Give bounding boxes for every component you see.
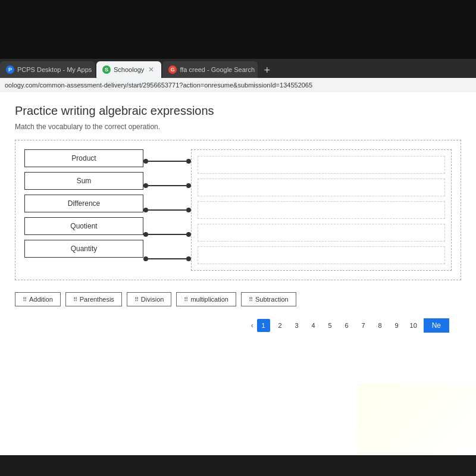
right-row-5[interactable] [198, 246, 445, 264]
tab-icon-pcps: P [6, 65, 14, 74]
matching-container: Product Sum Difference Quotient Quantity [15, 140, 461, 280]
connector-5 [143, 250, 191, 268]
page-btn-3[interactable]: 3 [290, 319, 303, 332]
dot-left-1 [143, 159, 148, 164]
dot-right-4 [186, 232, 191, 237]
connector-area [143, 149, 191, 271]
tab-bar: P PCPS Desktop - My Apps ✕ S Schoology ✕… [0, 59, 476, 78]
page-btn-4[interactable]: 4 [307, 319, 320, 332]
instruction-text: Match the vocabulary to the correct oper… [15, 123, 461, 131]
main-content: Practice writing algebraic expressions M… [0, 92, 476, 455]
chip-parenthesis[interactable]: ⠿ Parenthesis [65, 292, 122, 306]
tab-close-schoology[interactable]: ✕ [147, 65, 155, 74]
dot-right-3 [186, 208, 191, 212]
vocab-sum[interactable]: Sum [24, 172, 143, 190]
chip-drag-icon-multiplication: ⠿ [184, 296, 188, 303]
dot-left-2 [143, 183, 148, 188]
dot-left-5 [143, 256, 148, 261]
line-3 [148, 209, 186, 211]
chip-drag-icon-subtraction: ⠿ [249, 296, 253, 303]
next-button[interactable]: Ne [424, 318, 449, 333]
reflection-overlay [357, 384, 476, 455]
tab-pcps[interactable]: P PCPS Desktop - My Apps ✕ [0, 61, 95, 78]
dot-left-4 [143, 232, 148, 237]
page-title: Practice writing algebraic expressions [15, 104, 461, 118]
right-column [191, 149, 452, 271]
page-btn-2[interactable]: 2 [274, 319, 287, 332]
tab-icon-schoology: S [102, 65, 111, 74]
dark-top-area: P PCPS Desktop - My Apps ✕ S Schoology ✕… [0, 0, 476, 92]
right-row-2[interactable] [198, 178, 445, 196]
chip-addition[interactable]: ⠿ Addition [15, 292, 61, 306]
connector-3 [143, 201, 191, 219]
address-bar[interactable]: oology.com/common-assessment-delivery/st… [0, 78, 476, 92]
chip-drag-icon-parenthesis: ⠿ [73, 296, 77, 303]
chip-division[interactable]: ⠿ Division [127, 292, 172, 306]
right-row-3[interactable] [198, 201, 445, 219]
answer-options: ⠿ Addition ⠿ Parenthesis ⠿ Division ⠿ mu… [15, 292, 461, 306]
right-row-4[interactable] [198, 224, 445, 242]
line-1 [148, 161, 186, 162]
dot-right-2 [186, 183, 191, 188]
browser-chrome: P PCPS Desktop - My Apps ✕ S Schoology ✕… [0, 59, 476, 92]
page-btn-7[interactable]: 7 [357, 319, 370, 332]
line-2 [148, 185, 186, 186]
tab-label-pcps: PCPS Desktop - My Apps [17, 66, 92, 73]
page-btn-9[interactable]: 9 [390, 319, 403, 332]
page-prev-arrow[interactable]: ‹ [251, 321, 253, 330]
tab-icon-google: G [168, 65, 177, 74]
chip-drag-icon-division: ⠿ [134, 296, 139, 303]
chip-label-subtraction: Subtraction [255, 296, 289, 303]
vocab-quotient[interactable]: Quotient [24, 217, 143, 235]
pagination: ‹ 1 2 3 4 5 6 7 8 9 10 Ne [15, 318, 461, 333]
chip-label-multiplication: multiplication [190, 296, 228, 303]
tab-label-google: ffa creed - Google Search [180, 66, 255, 73]
connector-2 [143, 177, 191, 195]
tab-label-schoology: Schoology [114, 66, 144, 73]
vocab-column: Product Sum Difference Quotient Quantity [24, 149, 143, 271]
page-btn-1[interactable]: 1 [257, 319, 270, 332]
page-btn-6[interactable]: 6 [340, 319, 353, 332]
line-4 [148, 234, 186, 235]
page-btn-10[interactable]: 10 [407, 319, 420, 332]
vocab-quantity[interactable]: Quantity [24, 240, 143, 258]
dot-right-1 [186, 159, 191, 164]
vocab-difference[interactable]: Difference [24, 195, 143, 212]
chip-subtraction[interactable]: ⠿ Subtraction [241, 292, 296, 306]
connector-1 [143, 152, 191, 170]
chip-multiplication[interactable]: ⠿ multiplication [176, 292, 236, 306]
dot-left-3 [143, 208, 148, 212]
dot-right-5 [186, 256, 191, 261]
vocab-product[interactable]: Product [24, 149, 143, 167]
tab-schoology[interactable]: S Schoology ✕ [96, 61, 161, 78]
add-tab-button[interactable]: + [259, 62, 275, 78]
chip-label-addition: Addition [29, 296, 53, 303]
page-btn-8[interactable]: 8 [374, 319, 387, 332]
tab-google[interactable]: G ffa creed - Google Search ✕ [162, 61, 258, 78]
right-row-1[interactable] [198, 156, 445, 174]
tab-close-pcps[interactable]: ✕ [95, 65, 95, 74]
page-btn-5[interactable]: 5 [324, 319, 337, 332]
address-text: oology.com/common-assessment-delivery/st… [5, 82, 312, 89]
connector-4 [143, 226, 191, 243]
chip-drag-icon-addition: ⠿ [23, 296, 27, 303]
chip-label-parenthesis: Parenthesis [80, 296, 114, 303]
line-5 [148, 258, 186, 259]
chip-label-division: Division [141, 296, 164, 303]
